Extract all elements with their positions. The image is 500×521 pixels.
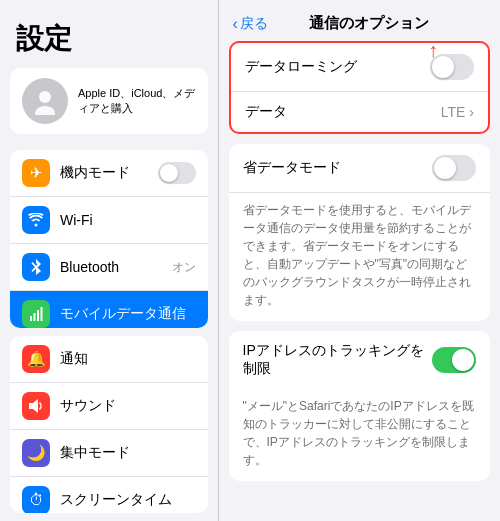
secondary-menu: 🔔 通知 サウンド 🌙 集中モード ⏱ スクリーンタイム — [10, 336, 208, 514]
svg-rect-3 — [34, 313, 36, 321]
data-row[interactable]: データ LTE › — [231, 92, 489, 132]
menu-item-focus[interactable]: 🌙 集中モード — [10, 430, 208, 477]
data-save-description: 省データモードを使用すると、モバイルデータ通信のデータ使用量を節約することができ… — [229, 193, 491, 321]
menu-item-sound[interactable]: サウンド — [10, 383, 208, 430]
menu-label-focus: 集中モード — [60, 444, 196, 462]
svg-point-1 — [35, 106, 55, 115]
menu-item-screentime[interactable]: ⏱ スクリーンタイム — [10, 477, 208, 514]
menu-item-mobile[interactable]: モバイルデータ通信 — [10, 291, 208, 328]
menu-item-airplane[interactable]: ✈ 機内モード — [10, 150, 208, 197]
ip-tracking-knob — [452, 349, 474, 371]
ip-tracking-description: "メール"とSafariであなたのIPアドレスを既知のトラッカーに対して非公開に… — [229, 389, 491, 481]
right-header: ‹ 戻る 通信のオプション — [219, 0, 501, 41]
menu-label-notification: 通知 — [60, 350, 196, 368]
wifi-icon — [22, 206, 50, 234]
mobile-icon — [22, 300, 50, 328]
menu-label-mobile: モバイルデータ通信 — [60, 305, 196, 323]
data-value: LTE — [441, 104, 466, 120]
data-save-toggle[interactable] — [432, 155, 476, 181]
settings-title: 設定 — [0, 12, 218, 68]
svg-rect-4 — [37, 310, 39, 321]
ip-tracking-row[interactable]: IPアドレスのトラッキングを制限 — [229, 331, 491, 389]
menu-item-bluetooth[interactable]: Bluetooth オン — [10, 244, 208, 291]
data-save-knob — [434, 157, 456, 179]
focus-icon: 🌙 — [22, 439, 50, 467]
svg-rect-6 — [29, 403, 33, 409]
menu-item-wifi[interactable]: Wi-Fi — [10, 197, 208, 244]
sound-icon — [22, 392, 50, 420]
profile-text: Apple ID、iCloud、メディアと購入 — [78, 86, 196, 117]
ip-tracking-toggle[interactable] — [432, 347, 476, 373]
data-label: データ — [245, 103, 441, 121]
data-chevron-icon: › — [469, 104, 474, 120]
data-roaming-row[interactable]: データローミング — [231, 43, 489, 92]
data-roaming-label: データローミング — [245, 58, 431, 76]
right-content: データローミング データ LTE › ↑ 省データモード — [219, 41, 501, 521]
airplane-icon: ✈ — [22, 159, 50, 187]
screentime-icon: ⏱ — [22, 486, 50, 514]
left-panel: 設定 Apple ID、iCloud、メディアと購入 ✈ 機内モード — [0, 0, 218, 521]
toggle-knob — [160, 164, 178, 182]
svg-rect-2 — [30, 316, 32, 321]
top-options-section: データローミング データ LTE › ↑ — [229, 41, 491, 134]
right-panel: ‹ 戻る 通信のオプション データローミング データ LTE › — [219, 0, 501, 521]
main-menu: ✈ 機内モード Wi-Fi Bluetooth オン — [10, 150, 208, 328]
red-arrow-indicator: ↑ — [428, 41, 438, 62]
menu-label-sound: サウンド — [60, 397, 196, 415]
bluetooth-badge: オン — [172, 259, 196, 276]
profile-section[interactable]: Apple ID、iCloud、メディアと購入 — [10, 68, 208, 134]
menu-item-notification[interactable]: 🔔 通知 — [10, 336, 208, 383]
svg-point-0 — [39, 91, 51, 103]
menu-label-screentime: スクリーンタイム — [60, 491, 196, 509]
airplane-toggle[interactable] — [158, 162, 196, 184]
data-save-label: 省データモード — [243, 159, 433, 177]
back-label: 戻る — [240, 15, 268, 33]
data-save-section: 省データモード 省データモードを使用すると、モバイルデータ通信のデータ使用量を節… — [229, 144, 491, 321]
data-save-row[interactable]: 省データモード — [229, 144, 491, 193]
ip-tracking-section: IPアドレスのトラッキングを制限 "メール"とSafariであなたのIPアドレス… — [229, 331, 491, 481]
notification-icon: 🔔 — [22, 345, 50, 373]
back-button[interactable]: ‹ 戻る — [233, 15, 268, 33]
avatar — [22, 78, 68, 124]
svg-rect-5 — [41, 307, 43, 321]
menu-label-bluetooth: Bluetooth — [60, 259, 162, 275]
menu-label-wifi: Wi-Fi — [60, 212, 196, 228]
ip-tracking-label: IPアドレスのトラッキングを制限 — [243, 342, 433, 378]
bluetooth-icon — [22, 253, 50, 281]
highlighted-option-section: データローミング データ LTE › — [229, 41, 491, 134]
back-chevron-icon: ‹ — [233, 15, 238, 33]
menu-label-airplane: 機内モード — [60, 164, 148, 182]
right-title: 通信のオプション — [272, 14, 466, 33]
